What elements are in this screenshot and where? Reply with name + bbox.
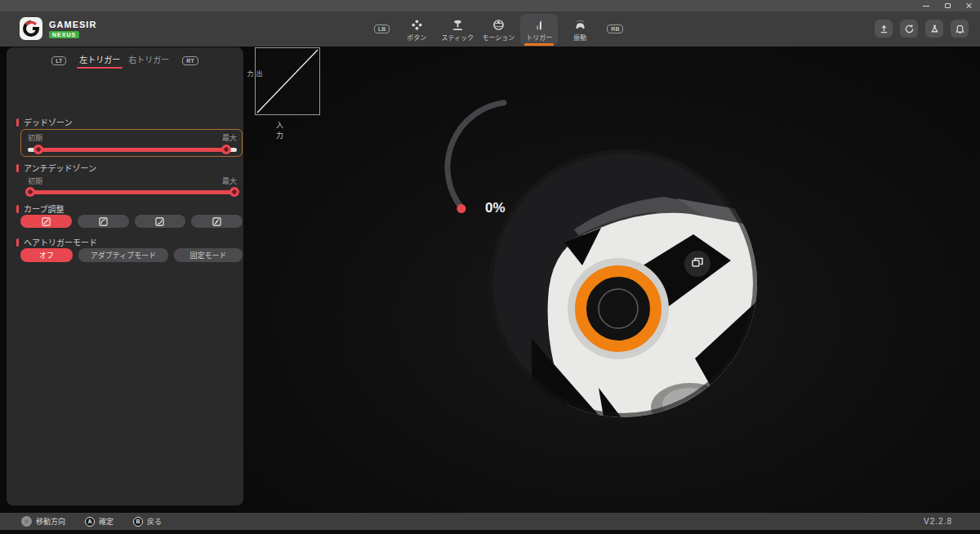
vibration-icon: [574, 19, 586, 31]
titlebar: [0, 0, 980, 11]
close-icon[interactable]: [962, 1, 975, 11]
tab-stick[interactable]: スティック: [439, 14, 476, 46]
hint-confirm: A 確定: [85, 516, 114, 527]
curve-linear-button[interactable]: [20, 215, 72, 228]
motion-icon: [492, 19, 505, 31]
hair-fixed-button[interactable]: 固定モード: [174, 248, 243, 262]
hint-move: 移動方向: [21, 516, 65, 527]
gauge-dot: [457, 204, 466, 213]
app-window: GAMESIR NEXUS LB ボタン スティック: [0, 0, 980, 534]
header-actions: [875, 20, 969, 38]
trigger-highlight-ring: [581, 271, 656, 346]
rt-badge: RT: [182, 56, 198, 65]
notification-icon[interactable]: [951, 20, 969, 38]
rb-badge: RB: [607, 24, 623, 33]
deadzone-high-handle[interactable]: [221, 145, 231, 154]
hair-trigger-options: オフ アダプティブモード 固定モード: [20, 248, 243, 262]
curve-options: [20, 215, 243, 228]
a-button-icon: A: [85, 517, 95, 527]
deadzone-low-handle[interactable]: [33, 145, 43, 154]
graph-y-label: 出力: [245, 70, 263, 78]
anti-deadzone-labels: 初期最大: [28, 176, 237, 186]
tab-buttons[interactable]: ボタン: [398, 14, 435, 46]
tab-right-trigger[interactable]: 右トリガー: [128, 53, 169, 69]
hair-adaptive-button[interactable]: アダプティブモード: [78, 248, 168, 262]
upgrade-icon[interactable]: [875, 20, 893, 38]
reset-icon[interactable]: [900, 20, 918, 38]
curve-section-header: カーブ調整: [16, 202, 64, 215]
dpad-icon: [21, 516, 32, 527]
curve-custom-icon: [212, 217, 221, 226]
tab-motion[interactable]: モーション: [479, 14, 517, 46]
minimize-icon[interactable]: [920, 1, 933, 11]
anti-deadzone-slider[interactable]: [28, 187, 237, 197]
anti-deadzone-section-header: アンチデッドゾーン: [16, 162, 96, 174]
lt-badge: LT: [51, 56, 66, 65]
hair-trigger-section-header: ヘアトリガーモード: [16, 236, 97, 248]
copy-settings-button[interactable]: [684, 251, 710, 277]
tab-left-trigger[interactable]: 左トリガー: [79, 53, 120, 69]
trigger-tab-row: LT 左トリガー 右トリガー RT: [7, 53, 243, 69]
curve-custom-button[interactable]: [191, 215, 243, 228]
maximize-icon[interactable]: [941, 1, 954, 11]
version-label: V2.2.8: [924, 517, 952, 526]
anti-deadzone-high-handle[interactable]: [229, 187, 239, 197]
graph-x-label: 入力: [276, 119, 283, 140]
brand: GAMESIR NEXUS: [20, 17, 96, 40]
deadzone-section-header: デッドゾーン: [16, 116, 73, 128]
stick-icon: [452, 19, 464, 31]
curve-ease-in-button[interactable]: [135, 215, 186, 228]
header: GAMESIR NEXUS LB ボタン スティック: [0, 11, 980, 47]
lb-badge: LB: [374, 24, 390, 33]
deadzone-labels: 初期最大: [28, 132, 237, 143]
tab-vibration[interactable]: 振動: [561, 14, 599, 46]
trigger-settings-panel: LT 左トリガー 右トリガー RT デッドゾーン 初期最大: [7, 47, 243, 505]
trigger-icon: [533, 19, 546, 31]
curve-ease-out-icon: [99, 217, 108, 226]
hair-off-button[interactable]: オフ: [20, 248, 73, 262]
curve-ease-out-button[interactable]: [78, 215, 129, 228]
deadzone-slider[interactable]: [28, 145, 237, 154]
anti-deadzone-low-handle[interactable]: [25, 187, 35, 197]
curve-ease-in-icon: [155, 217, 164, 226]
tab-trigger[interactable]: トリガー: [520, 14, 558, 46]
footer-bar: 移動方向 A 確定 B 戻る V2.2.8: [0, 513, 980, 530]
buttons-icon: [411, 19, 423, 31]
calibration-icon[interactable]: [925, 20, 943, 38]
brand-sub-badge: NEXUS: [49, 31, 79, 38]
curve-plot: [255, 47, 320, 115]
main-content: LT 左トリガー 右トリガー RT デッドゾーン 初期最大: [0, 47, 980, 513]
brand-name: GAMESIR: [49, 20, 96, 29]
hint-back: B 戻る: [133, 516, 162, 527]
b-button-icon: B: [133, 517, 143, 527]
main-nav: LB ボタン スティック: [369, 11, 628, 47]
controller-view: [484, 145, 762, 425]
gamesir-logo-icon: [20, 17, 42, 40]
curve-linear-icon: [42, 217, 51, 226]
